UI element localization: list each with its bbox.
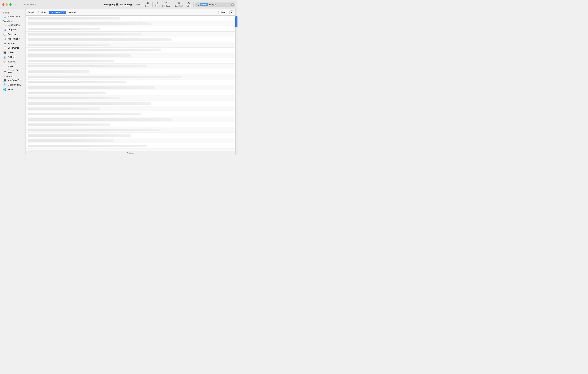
separator-3 xyxy=(172,2,172,7)
loading-skeleton xyxy=(28,108,100,110)
loading-skeleton xyxy=(28,38,172,41)
sidebar-item-documents[interactable]: 📄 Documents xyxy=(1,46,25,50)
table-row xyxy=(26,138,235,143)
view-button[interactable]: View xyxy=(135,3,141,6)
creative-cloud-icon: ☁ xyxy=(3,70,6,73)
edit-tags-button[interactable]: 🏷 Edit Tags xyxy=(161,1,171,8)
disk-icon: 💿 xyxy=(3,83,6,86)
table-row xyxy=(26,26,235,32)
add-criteria-button[interactable]: + xyxy=(229,11,233,14)
action-button[interactable]: ⚙ Action xyxy=(185,1,192,8)
table-row xyxy=(26,16,235,21)
sidebar-item-movies[interactable]: 🎬 Movies xyxy=(1,50,25,55)
forward-button[interactable]: › xyxy=(18,3,22,7)
table-row xyxy=(26,85,235,90)
group-button[interactable]: ⊞ Group xyxy=(144,1,151,8)
loading-skeleton xyxy=(28,65,147,67)
this-mac-scope-button[interactable]: This Mac xyxy=(37,11,47,14)
name-sort-badge[interactable]: NAME↑ xyxy=(200,3,208,6)
save-search-button[interactable]: Save xyxy=(219,11,227,14)
sidebar-item-macbook-pro[interactable]: 💻 MacBook Pro xyxy=(1,78,25,83)
nav-buttons: ‹ › xyxy=(14,3,22,7)
share-icon: ⬆ xyxy=(156,2,158,5)
table-row xyxy=(26,117,235,122)
table-row xyxy=(26,48,235,53)
table-row xyxy=(26,133,235,138)
edit-tags-label: Edit Tags xyxy=(162,5,170,7)
table-row xyxy=(26,32,235,37)
icloud-drive-icon: ☁ xyxy=(3,15,6,18)
loading-skeleton xyxy=(28,60,114,62)
home-icon: 🏠 xyxy=(3,60,6,63)
share-button[interactable]: ⬆ Share xyxy=(154,1,161,8)
table-row xyxy=(26,64,235,69)
sidebar-item-creative-cloud[interactable]: ☁ Creative Cloud Files xyxy=(1,68,25,74)
loading-skeleton xyxy=(28,49,161,51)
view-label: View xyxy=(136,4,140,5)
loading-skeleton xyxy=(28,129,161,131)
search-box[interactable]: 🔍 NAME↑ ✕ xyxy=(195,2,235,7)
separator-1 xyxy=(143,2,143,7)
dropbox-icon: ◻ xyxy=(3,28,6,31)
right-panel-tab[interactable] xyxy=(235,16,237,27)
sidebar-item-network-label: Network xyxy=(8,88,16,91)
loading-skeleton xyxy=(28,17,120,20)
table-row xyxy=(26,21,235,26)
sidebar-item-pictures-label: Pictures xyxy=(8,42,16,45)
sidebar-item-documents-label: Documents xyxy=(8,47,19,49)
table-row xyxy=(26,149,235,151)
close-button[interactable] xyxy=(2,3,4,6)
sidebar-item-pattitetta-label: pattitetta xyxy=(8,61,16,63)
minimize-button[interactable] xyxy=(6,3,8,6)
table-row xyxy=(26,90,235,95)
sidebar-item-recents[interactable]: 🕐 Recents xyxy=(1,32,25,37)
sidebar-item-airdrop[interactable]: 📡 AirDrop xyxy=(1,55,25,59)
sidebar-item-google-drive[interactable]: △ Google Drive xyxy=(1,23,25,27)
network-scope-button[interactable]: Network xyxy=(68,11,78,14)
table-row xyxy=(26,69,235,74)
tag-icon: 🏷 xyxy=(165,2,168,5)
maximize-button[interactable] xyxy=(9,3,11,6)
sidebar-item-icloud-drive[interactable]: ☁ iCloud Drive xyxy=(1,14,25,19)
traffic-lights xyxy=(2,3,11,6)
sidebar-item-applications[interactable]: ⊞ Applications xyxy=(1,37,25,41)
loading-skeleton xyxy=(28,44,110,46)
back-forward-label: Back/Forward xyxy=(24,4,36,6)
mission360-scope-button[interactable]: "1 - Mission360" xyxy=(49,11,66,14)
action-label: Action xyxy=(186,5,191,7)
eye-icon: 👁 xyxy=(177,2,180,5)
loading-skeleton xyxy=(28,139,114,142)
loading-skeleton xyxy=(28,76,182,78)
sidebar-item-dropbox[interactable]: ◻ Dropbox xyxy=(1,27,25,32)
search-scope-bar: Search: This Mac "1 - Mission360" Networ… xyxy=(26,9,235,16)
table-row xyxy=(26,42,235,48)
google-drive-icon: △ xyxy=(3,23,6,27)
sidebar-item-pictures[interactable]: 🏔 Pictures xyxy=(1,41,25,46)
back-button[interactable]: ‹ xyxy=(14,3,18,7)
content-area: Search: This Mac "1 - Mission360" Networ… xyxy=(26,9,235,155)
applications-icon: ⊞ xyxy=(3,37,6,40)
loading-skeleton xyxy=(28,22,151,25)
search-input[interactable] xyxy=(209,3,230,6)
sidebar-item-pattitetta[interactable]: 🏠 pattitetta xyxy=(1,59,25,64)
table-row xyxy=(26,143,235,149)
quick-look-button[interactable]: 👁 Quick Look xyxy=(173,1,184,8)
sidebar-item-icloud-drive-label: iCloud Drive xyxy=(8,15,20,18)
sidebar-item-movies-label: Movies xyxy=(8,51,15,54)
favorites-section-label: Favorites xyxy=(0,19,26,23)
table-row xyxy=(26,95,235,101)
loading-skeleton xyxy=(28,92,106,94)
laptop-icon: 💻 xyxy=(3,79,6,82)
sidebar-item-network[interactable]: 🌐 Network xyxy=(1,87,25,92)
group-icon: ⊞ xyxy=(146,2,149,5)
window-title: Searching "1 - Mission360" xyxy=(104,3,134,6)
table-row xyxy=(26,122,235,127)
table-row xyxy=(26,106,235,111)
clear-search-button[interactable]: ✕ xyxy=(231,3,234,6)
locations-section-label: Locations xyxy=(0,74,26,78)
pictures-icon: 🏔 xyxy=(3,42,6,45)
title-bar: ‹ › Back/Forward Searching "1 - Mission3… xyxy=(0,0,237,9)
sidebar-item-macintosh-hd[interactable]: 💿 Macintosh HD xyxy=(1,83,25,87)
sidebar-item-music[interactable]: ♪ Music xyxy=(1,64,25,68)
loading-skeleton xyxy=(28,33,141,35)
